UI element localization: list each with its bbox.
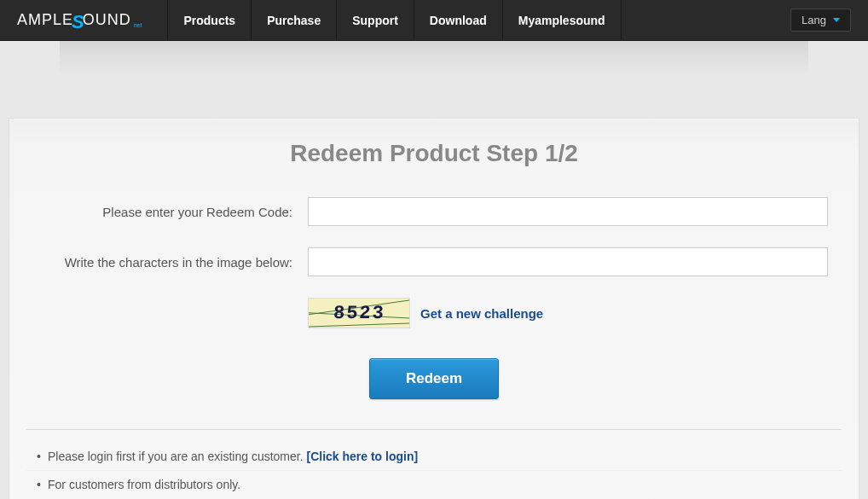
logo-s-icon: S <box>72 11 84 33</box>
chevron-down-icon <box>833 18 840 22</box>
captcha-image: 8523 <box>308 298 410 328</box>
new-challenge-link[interactable]: Get a new challenge <box>420 306 543 321</box>
logo-sub: net <box>134 22 142 28</box>
redeem-button[interactable]: Redeem <box>369 358 499 399</box>
redeem-code-input[interactable] <box>308 197 828 226</box>
logo-text-prefix: AMPLE <box>17 11 73 29</box>
redeem-code-label: Please enter your Redeem Code: <box>26 205 308 219</box>
nav-links: Products Purchase Support Download Myamp… <box>167 0 621 41</box>
note-login: Please login first if you are an existin… <box>26 443 842 471</box>
captcha-image-text: 8523 <box>333 303 385 324</box>
captcha-input[interactable] <box>308 247 828 276</box>
login-link[interactable]: [Click here to login] <box>306 450 418 463</box>
navbar: AMPLE S OUND net Products Purchase Suppo… <box>0 0 868 41</box>
captcha-input-row: Write the characters in the image below: <box>26 247 842 276</box>
main-container: Redeem Product Step 1/2 Please enter you… <box>9 118 859 499</box>
notes-section: Please login first if you are an existin… <box>26 429 842 499</box>
note-distributor: For customers from distributors only. <box>26 471 842 498</box>
page-title: Redeem Product Step 1/2 <box>26 140 842 167</box>
logo-text-suffix: OUND <box>83 11 131 29</box>
lang-label: Lang <box>801 14 826 26</box>
shadow-decoration <box>60 41 808 75</box>
nav-myamplesound[interactable]: Myamplesound <box>502 0 622 41</box>
captcha-image-row: 8523 Get a new challenge <box>308 298 842 328</box>
nav-purchase[interactable]: Purchase <box>251 0 336 41</box>
captcha-label: Write the characters in the image below: <box>26 255 308 270</box>
nav-download[interactable]: Download <box>414 0 502 41</box>
redeem-code-row: Please enter your Redeem Code: <box>26 197 842 226</box>
nav-products[interactable]: Products <box>167 0 251 41</box>
logo[interactable]: AMPLE S OUND net <box>17 9 142 32</box>
lang-button[interactable]: Lang <box>790 9 851 32</box>
nav-support[interactable]: Support <box>336 0 414 41</box>
note-login-prefix: Please login first if you are an existin… <box>48 450 306 463</box>
